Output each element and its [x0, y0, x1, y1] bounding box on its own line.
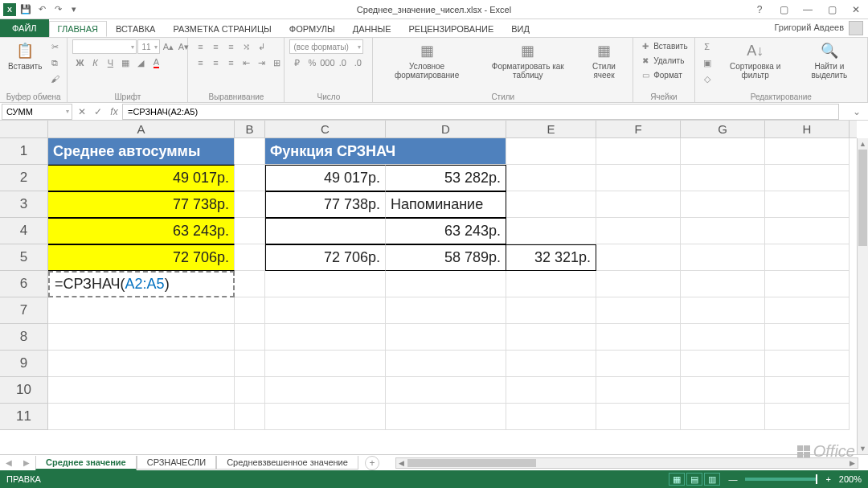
cell-h2[interactable]	[765, 165, 850, 191]
scroll-right-icon[interactable]: ▶	[846, 458, 858, 468]
cell-b6[interactable]	[235, 271, 265, 297]
cancel-formula-icon[interactable]: ✕	[74, 104, 90, 120]
cell-e3[interactable]	[506, 191, 596, 218]
col-header-D[interactable]: D	[386, 121, 506, 137]
avatar[interactable]	[849, 21, 863, 35]
confirm-formula-icon[interactable]: ✓	[90, 104, 106, 120]
scroll-left-icon[interactable]: ◀	[396, 458, 407, 468]
cell-E11[interactable]	[506, 404, 596, 430]
undo-icon[interactable]: ↶	[35, 3, 48, 16]
comma-icon[interactable]: 000	[320, 55, 334, 70]
sort-filter-button[interactable]: A↓Сортировка и фильтр	[717, 39, 794, 81]
tab-view[interactable]: ВИД	[502, 21, 538, 37]
cell-E6[interactable]	[506, 271, 596, 297]
increase-decimal-icon[interactable]: .0	[335, 55, 350, 70]
col-header-B[interactable]: B	[235, 121, 265, 137]
underline-icon[interactable]: Ч	[103, 55, 117, 70]
cell-b3[interactable]	[235, 191, 265, 218]
cell-B10[interactable]	[235, 377, 265, 404]
cell-G6[interactable]	[681, 271, 765, 297]
row-header-9[interactable]: 9	[0, 351, 47, 377]
sheet-nav-next-icon[interactable]: ▶	[18, 458, 35, 467]
font-family-combo[interactable]	[72, 39, 137, 54]
copy-icon[interactable]: ⧉	[47, 55, 62, 70]
scroll-thumb[interactable]	[858, 150, 867, 246]
cell-A10[interactable]	[48, 377, 235, 404]
cell-D8[interactable]	[386, 324, 506, 351]
row-header-5[interactable]: 5	[0, 244, 47, 271]
vertical-scrollbar[interactable]: ▲ ▼	[857, 138, 868, 454]
cells-area[interactable]: Среднее автосуммыФункция СРЗНАЧ49 017р.4…	[48, 138, 857, 454]
expand-formula-icon[interactable]: ⌄	[849, 104, 865, 120]
sheet-nav-prev-icon[interactable]: ◀	[0, 458, 18, 467]
cell-b1[interactable]	[235, 138, 265, 165]
zoom-slider[interactable]	[745, 478, 817, 481]
cell-h5[interactable]	[765, 244, 850, 271]
cell-B9[interactable]	[235, 351, 265, 377]
cell-c4[interactable]	[265, 218, 386, 244]
cell-h3[interactable]	[765, 191, 850, 218]
number-format-combo[interactable]: (все форматы)	[289, 39, 363, 54]
cut-icon[interactable]: ✂	[47, 39, 62, 54]
conditional-format-button[interactable]: ▦Условное форматирование	[378, 39, 475, 81]
percent-icon[interactable]: %	[305, 55, 319, 70]
cell-e2[interactable]	[506, 165, 596, 191]
cell-a5[interactable]: 72 706р.	[48, 244, 235, 271]
format-painter-icon[interactable]: 🖌	[47, 72, 62, 86]
cell-H8[interactable]	[765, 324, 850, 351]
merge-icon[interactable]: ⊞	[269, 55, 284, 70]
cell-G7[interactable]	[681, 297, 765, 324]
minimize-icon[interactable]: —	[799, 2, 817, 17]
clear-icon[interactable]: ◇	[700, 72, 714, 86]
cell-b2[interactable]	[235, 165, 265, 191]
cell-D6[interactable]	[386, 271, 506, 297]
format-cells-button[interactable]: ▭Формат	[638, 68, 689, 81]
cell-H7[interactable]	[765, 297, 850, 324]
cell-c5[interactable]: 72 706р.	[265, 244, 386, 271]
cell-E7[interactable]	[506, 297, 596, 324]
row-header-1[interactable]: 1	[0, 138, 47, 165]
hscroll-thumb[interactable]	[407, 459, 536, 467]
cell-d2[interactable]: 53 282р.	[386, 165, 506, 191]
cell-A8[interactable]	[48, 324, 235, 351]
row-header-3[interactable]: 3	[0, 191, 47, 218]
tab-file[interactable]: ФАЙЛ	[0, 19, 49, 37]
cell-d3[interactable]: Напоминание	[386, 191, 506, 218]
indent-dec-icon[interactable]: ⇤	[239, 55, 253, 70]
sheet-tab-2[interactable]: СРЗНАЧЕСЛИ	[137, 456, 216, 470]
cell-H10[interactable]	[765, 377, 850, 404]
delete-cells-button[interactable]: ✖Удалить	[638, 54, 689, 67]
border-icon[interactable]: ▦	[118, 55, 133, 70]
qat-more-icon[interactable]: ▾	[68, 3, 80, 16]
cell-b5[interactable]	[235, 244, 265, 271]
tab-insert[interactable]: ВСТАВКА	[107, 21, 164, 37]
cell-h1[interactable]	[765, 138, 850, 165]
cell-C7[interactable]	[265, 297, 386, 324]
cell-a6[interactable]: =СРЗНАЧ(A2:A5)	[48, 271, 235, 297]
view-pagebreak-icon[interactable]: ▥	[704, 473, 720, 486]
align-top-icon[interactable]: ≡	[193, 39, 207, 54]
row-header-4[interactable]: 4	[0, 218, 47, 244]
col-header-F[interactable]: F	[596, 121, 681, 137]
maximize-icon[interactable]: ▢	[823, 2, 841, 17]
zoom-level[interactable]: 200%	[839, 474, 862, 484]
view-normal-icon[interactable]: ▦	[669, 473, 685, 486]
cell-c1d1[interactable]: Функция СРЗНАЧ	[265, 138, 506, 165]
align-center-icon[interactable]: ≡	[208, 55, 223, 70]
cell-d5[interactable]: 58 789р.	[386, 244, 506, 271]
zoom-in-icon[interactable]: +	[825, 474, 830, 484]
paste-button[interactable]: 📋 Вставить	[5, 39, 45, 72]
scroll-down-icon[interactable]: ▼	[858, 443, 868, 454]
cell-E8[interactable]	[506, 324, 596, 351]
cell-G11[interactable]	[681, 404, 765, 430]
col-header-H[interactable]: H	[765, 121, 850, 137]
cell-B7[interactable]	[235, 297, 265, 324]
cell-f4[interactable]	[596, 218, 681, 244]
cell-A9[interactable]	[48, 351, 235, 377]
cell-f5[interactable]	[596, 244, 681, 271]
cell-styles-button[interactable]: ▦Стили ячеек	[580, 39, 628, 81]
name-box[interactable]: СУММ	[2, 104, 72, 120]
cell-a3[interactable]: 77 738р.	[48, 191, 235, 218]
col-header-A[interactable]: A	[48, 121, 235, 137]
cell-C6[interactable]	[265, 271, 386, 297]
